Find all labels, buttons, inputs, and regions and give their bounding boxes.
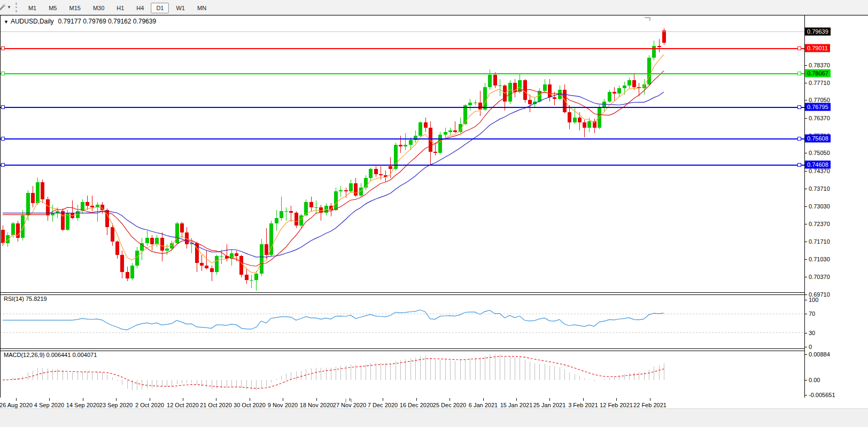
price-level-badge[interactable]: 0.78067 (805, 69, 831, 77)
price-tick-label: 0.70370 (809, 274, 830, 280)
main-price-chart[interactable] (0, 15, 804, 292)
rsi-tick-mark (804, 314, 807, 314)
date-label: 21 Oct 2020 (200, 402, 232, 408)
date-tick-mark (16, 398, 17, 401)
date-tick-mark (383, 398, 383, 401)
date-label: 30 Oct 2020 (234, 402, 266, 408)
price-tick-mark (804, 277, 807, 277)
timeframe-button-M30[interactable]: M30 (88, 3, 110, 13)
hline-endpoint-marker (1, 137, 4, 141)
timeframe-button-M1[interactable]: M1 (23, 3, 42, 13)
price-level-badge[interactable]: 0.75608 (805, 134, 831, 142)
rsi-tick-label: 70 (809, 310, 815, 317)
timeframe-button-M5[interactable]: M5 (43, 3, 62, 13)
date-tick-mark (316, 398, 317, 401)
price-tick-label: 0.78370 (809, 62, 830, 68)
hline-endpoint-marker (1, 72, 4, 75)
price-tick-label: 0.71710 (809, 238, 830, 245)
date-label: 25 Dec 2020 (433, 402, 466, 408)
hline-endpoint-marker (797, 47, 801, 50)
price-tick-mark (804, 65, 807, 66)
date-tick-mark (549, 398, 550, 401)
date-label: 16 Dec 2020 (400, 402, 433, 408)
date-tick-mark (449, 398, 450, 401)
price-tick-label: 0.73030 (809, 203, 830, 209)
timeframe-toolbar: ▼ M1M5M15M30H1H4D1W1MN (0, 0, 868, 15)
macd-tick-label: 0.00 (809, 377, 820, 383)
date-tick-mark (616, 398, 617, 401)
macd-tick-mark (804, 354, 807, 355)
date-tick-mark (483, 398, 484, 401)
rsi-indicator-panel[interactable] (0, 294, 804, 348)
timeframe-button-D1[interactable]: D1 (151, 3, 169, 13)
date-label: 27 Nov 2020 (333, 402, 366, 408)
price-level-badge[interactable]: 0.76795 (805, 103, 831, 111)
date-label: 25 Jan 2021 (533, 402, 566, 408)
macd-indicator-panel[interactable] (0, 350, 804, 398)
hline-endpoint-marker (1, 164, 4, 167)
candles-layer (1, 28, 666, 291)
hline-endpoint-marker (797, 164, 801, 167)
rsi-line (3, 310, 664, 330)
macd-tick-mark (804, 395, 807, 395)
timeframe-button-H1[interactable]: H1 (111, 3, 129, 13)
macd-tick-mark (804, 380, 807, 381)
current-price-badge[interactable]: 0.79639 (805, 28, 831, 36)
price-tick-label: 0.75050 (809, 150, 830, 156)
cursor-tool-icon[interactable] (0, 3, 6, 12)
tool-dropdown-caret[interactable]: ▼ (7, 5, 11, 10)
rsi-tick-mark (804, 333, 807, 333)
date-tick-mark (49, 398, 50, 401)
price-tick-mark (804, 153, 807, 153)
price-tick-mark (804, 294, 807, 295)
macd-tick-label: -0.005651 (809, 392, 835, 398)
date-label: 7 Dec 2020 (368, 402, 398, 408)
date-label: 12 Oct 2020 (167, 402, 199, 408)
price-tick-mark (804, 100, 807, 100)
price-tick-label: 0.72370 (809, 221, 830, 227)
rsi-tick-mark (804, 300, 807, 300)
hline-endpoint-marker (1, 47, 4, 50)
date-label: 4 Sep 2020 (34, 402, 64, 408)
date-tick-mark (150, 398, 150, 401)
timeframe-button-H4[interactable]: H4 (131, 3, 149, 13)
price-level-badge[interactable]: 0.79011 (805, 44, 830, 52)
hline-endpoint-marker (797, 137, 801, 141)
date-label: 18 Nov 2020 (300, 402, 333, 408)
date-label: 15 Jan 2021 (500, 402, 533, 408)
timeframe-button-W1[interactable]: W1 (170, 3, 190, 13)
price-tick-label: 0.73710 (809, 185, 830, 192)
timeframe-button-M15[interactable]: M15 (64, 3, 86, 13)
price-tick-mark (804, 171, 807, 172)
toolbar-grip-handle[interactable] (15, 3, 19, 12)
chart-window[interactable]: ▼AUDUSD,Daily0.79177 0.79769 0.79162 0.7… (0, 15, 868, 398)
date-label: 6 Jan 2021 (469, 402, 498, 408)
date-tick-mark (650, 398, 650, 401)
date-tick-mark (583, 398, 584, 401)
timeframe-button-MN[interactable]: MN (192, 3, 212, 13)
price-tick-mark (804, 242, 807, 242)
hline-endpoint-marker (797, 106, 801, 109)
date-label: 2 Oct 2020 (135, 402, 164, 408)
price-tick-mark (804, 83, 807, 83)
ma-line-20 (3, 92, 664, 257)
price-tick-mark (804, 259, 807, 260)
rsi-tick-label: 100 (809, 297, 818, 303)
date-tick-mark (350, 398, 350, 401)
horizontal-lines-layer[interactable] (0, 47, 804, 167)
date-tick-mark (283, 398, 283, 401)
price-tick-mark (804, 118, 807, 119)
date-label: 22 Feb 2021 (633, 402, 666, 408)
mt4-window: ▼ M1M5M15M30H1H4D1W1MN ▼AUDUSD,Daily0.79… (0, 0, 868, 427)
price-level-badge[interactable]: 0.74608 (805, 161, 831, 169)
price-tick-label: 0.74370 (809, 168, 830, 174)
date-tick-mark (250, 398, 250, 401)
date-label: 9 Nov 2020 (268, 402, 298, 408)
date-label: 12 Feb 2021 (600, 402, 633, 408)
hline-endpoint-marker (797, 72, 801, 75)
price-tick-label: 0.71030 (809, 256, 830, 262)
date-tick-mark (183, 398, 183, 401)
hline-endpoint-marker (1, 106, 4, 109)
date-label: 14 Sep 2020 (66, 402, 99, 408)
timeframe-buttons: M1M5M15M30H1H4D1W1MN (23, 3, 213, 12)
